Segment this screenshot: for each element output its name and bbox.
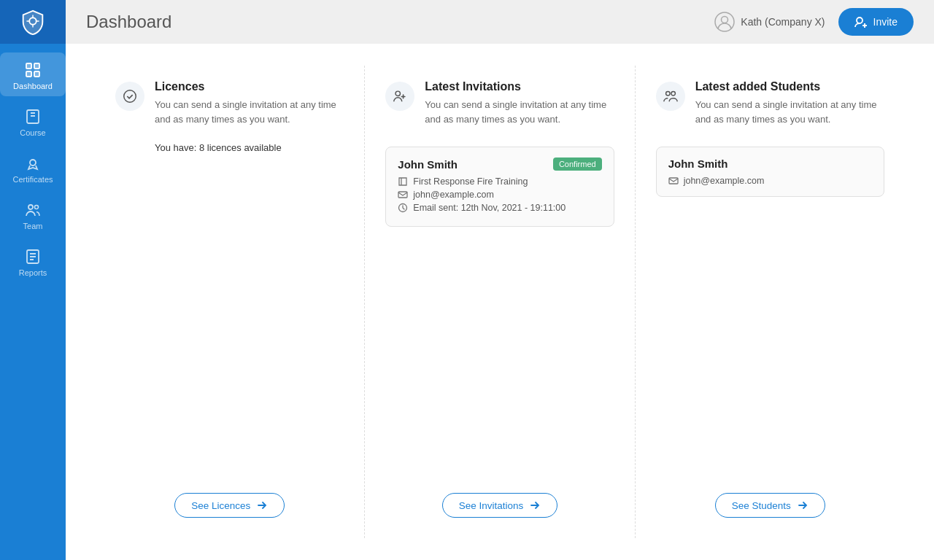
page-title: Dashboard <box>86 12 171 32</box>
invitation-sent: Email sent: 12th Nov, 2021 - 19:11:00 <box>413 203 566 213</box>
team-icon <box>24 201 42 219</box>
invitation-name: John Smith <box>398 158 458 171</box>
app-logo <box>0 0 66 44</box>
confirmed-badge: Confirmed <box>553 158 602 171</box>
topbar-right: Kath (Company X) Invite <box>714 8 914 36</box>
licences-meta: You have: 8 licences available <box>155 142 344 153</box>
clock-icon <box>398 203 408 213</box>
svg-point-16 <box>665 92 670 96</box>
students-card: Latest added Students You can send a sin… <box>635 66 905 538</box>
course-icon <box>24 108 42 125</box>
svg-rect-2 <box>34 63 39 69</box>
certificates-icon <box>24 155 42 172</box>
svg-point-6 <box>28 205 33 209</box>
licences-icon <box>122 88 138 104</box>
svg-point-10 <box>722 17 728 23</box>
invitation-email: john@example.com <box>413 190 494 200</box>
invitations-icon <box>392 88 408 104</box>
topbar: Dashboard Kath (Company X) Invite <box>66 0 934 44</box>
student-email-icon <box>668 176 679 186</box>
svg-rect-18 <box>669 178 678 184</box>
sidebar-item-team-label: Team <box>23 222 43 230</box>
dashboard-icon <box>24 61 42 79</box>
students-icon-wrap <box>656 82 685 111</box>
student-email: john@example.com <box>684 176 765 186</box>
sidebar-item-reports[interactable]: Reports <box>0 239 66 283</box>
see-invitations-button[interactable]: See Invitations <box>442 493 558 518</box>
students-action: See Students <box>656 475 884 518</box>
invitations-action: See Invitations <box>385 475 614 518</box>
arrow-right-invitations-icon <box>529 499 541 511</box>
invitations-card-header: Latest Invitations You can send a single… <box>385 80 614 126</box>
svg-point-11 <box>857 18 862 23</box>
sidebar-item-certificates-label: Certificates <box>12 175 53 184</box>
invitation-course-row: First Response Fire Training <box>398 176 601 187</box>
main-area: Dashboard Kath (Company X) Invite <box>66 0 934 560</box>
invitation-sent-row: Email sent: 12th Nov, 2021 - 19:11:00 <box>398 203 601 213</box>
invite-label: Invite <box>873 16 898 28</box>
user-name: Kath (Company X) <box>741 16 825 28</box>
invitation-course: First Response Fire Training <box>413 176 528 187</box>
invite-button[interactable]: Invite <box>838 8 914 36</box>
arrow-right-icon <box>256 499 268 511</box>
sidebar-item-team[interactable]: Team <box>0 192 66 236</box>
email-icon <box>398 190 408 200</box>
content-area: Licences You can send a single invitatio… <box>66 44 934 560</box>
student-email-row: john@example.com <box>668 176 872 186</box>
invitations-icon-wrap <box>385 82 414 111</box>
invitations-title: Latest Invitations <box>425 80 614 93</box>
see-students-button[interactable]: See Students <box>715 493 825 518</box>
licences-icon-wrap <box>115 82 144 111</box>
sidebar-item-certificates[interactable]: Certificates <box>0 146 66 190</box>
invitation-detail: John Smith Confirmed First Response Fire… <box>385 147 614 227</box>
invitations-title-group: Latest Invitations You can send a single… <box>425 80 614 126</box>
licences-title: Licences <box>155 80 344 93</box>
students-title: Latest added Students <box>695 80 884 93</box>
svg-rect-3 <box>26 71 31 77</box>
arrow-right-students-icon <box>797 499 808 511</box>
sidebar-item-dashboard[interactable]: Dashboard <box>0 52 66 96</box>
svg-point-5 <box>30 160 36 166</box>
invitation-email-row: john@example.com <box>398 190 601 200</box>
invitations-desc: You can send a single invitation at any … <box>425 98 614 126</box>
licences-card-header: Licences You can send a single invitatio… <box>115 80 344 126</box>
user-avatar-icon <box>714 12 735 32</box>
student-name: John Smith <box>668 158 872 170</box>
svg-point-17 <box>671 92 676 96</box>
students-icon <box>663 88 679 104</box>
licences-title-group: Licences You can send a single invitatio… <box>155 80 344 126</box>
svg-point-7 <box>35 206 39 209</box>
sidebar-item-reports-label: Reports <box>19 268 47 277</box>
sidebar: Dashboard Course Certificates <box>0 0 66 560</box>
licences-action: See Licences <box>115 475 344 518</box>
svg-rect-1 <box>26 63 31 69</box>
invitation-name-row: John Smith Confirmed <box>398 158 601 171</box>
svg-rect-4 <box>34 71 39 77</box>
see-licences-button[interactable]: See Licences <box>174 493 285 518</box>
invite-icon <box>854 15 868 28</box>
students-card-header: Latest added Students You can send a sin… <box>656 80 884 126</box>
sidebar-nav: Dashboard Course Certificates <box>0 51 66 284</box>
book-icon <box>398 176 408 187</box>
licences-card: Licences You can send a single invitatio… <box>95 66 364 538</box>
svg-point-12 <box>124 90 136 103</box>
sidebar-item-course[interactable]: Course <box>0 99 66 143</box>
reports-icon <box>24 248 42 265</box>
licences-desc: You can send a single invitation at any … <box>155 98 344 126</box>
invitations-card: Latest Invitations You can send a single… <box>364 66 634 538</box>
user-info: Kath (Company X) <box>714 12 825 32</box>
sidebar-item-course-label: Course <box>20 128 45 137</box>
student-detail: John Smith john@example.com <box>656 147 884 197</box>
students-desc: You can send a single invitation at any … <box>695 98 884 126</box>
students-title-group: Latest added Students You can send a sin… <box>695 80 884 126</box>
svg-point-13 <box>395 91 400 96</box>
svg-rect-14 <box>398 192 407 198</box>
shield-logo-icon <box>19 8 47 36</box>
sidebar-item-dashboard-label: Dashboard <box>13 82 53 90</box>
